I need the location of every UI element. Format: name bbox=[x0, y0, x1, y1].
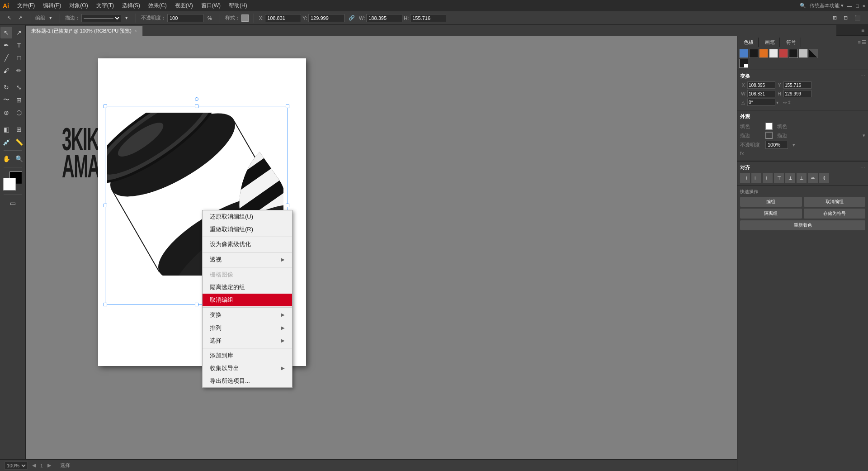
swatch-orange[interactable] bbox=[759, 49, 768, 58]
stroke-dropdown-right[interactable]: ▾ bbox=[863, 133, 865, 138]
align-right-btn[interactable]: ⊢ bbox=[763, 173, 773, 183]
ctx-perspective[interactable]: 透视 ▶ bbox=[203, 253, 292, 266]
handle-bot-left[interactable] bbox=[104, 303, 107, 306]
rect-tool-btn[interactable]: □ bbox=[13, 52, 25, 64]
transform-h-input[interactable] bbox=[783, 90, 811, 97]
handle-mid-left[interactable] bbox=[104, 204, 107, 207]
paintbrush-tool-btn[interactable]: 🖌 bbox=[0, 65, 12, 76]
h-input[interactable] bbox=[410, 14, 446, 22]
transform-w-input[interactable] bbox=[747, 90, 775, 97]
zoom-tool-btn[interactable]: 🔍 bbox=[13, 153, 25, 165]
line-tool-btn[interactable]: ╱ bbox=[0, 52, 12, 64]
ctx-select[interactable]: 选择 ▶ bbox=[203, 334, 292, 347]
ctx-isolate-group[interactable]: 隔离选定的组 bbox=[203, 281, 292, 294]
ctx-undo-ungroup[interactable]: 还原取消编组(U) bbox=[203, 210, 292, 223]
pen-tool-btn[interactable]: ✒ bbox=[0, 39, 12, 51]
x-coord-input[interactable] bbox=[265, 14, 301, 22]
align-bottom-btn[interactable]: ⊥ bbox=[797, 173, 807, 183]
swatch-black-special[interactable] bbox=[739, 59, 748, 68]
distribute-v-btn[interactable]: ⇕ bbox=[819, 173, 829, 183]
ctx-pixel-opt[interactable]: 设为像素级优化 bbox=[203, 238, 292, 251]
qa-ungroup-btn[interactable]: 取消编组 bbox=[804, 197, 866, 207]
tab-symbols[interactable]: 符号 bbox=[782, 38, 801, 47]
stroke-dropdown-btn[interactable]: ▾ bbox=[123, 14, 131, 22]
transform-more-btn[interactable]: ⋯ bbox=[860, 73, 865, 79]
panel-list-view-btn[interactable]: ≡ bbox=[858, 39, 861, 45]
swatch-lightgray[interactable] bbox=[769, 49, 778, 58]
panel-more-btn[interactable]: ≡ bbox=[861, 27, 864, 33]
handle-top-left[interactable] bbox=[104, 105, 107, 108]
rotate-tool-btn[interactable]: ↻ bbox=[0, 81, 12, 93]
type-tool-btn[interactable]: T bbox=[13, 39, 25, 51]
direct-select-btn[interactable]: ↗ bbox=[15, 14, 25, 22]
handle-top-right[interactable] bbox=[286, 105, 289, 108]
select-tool-btn[interactable]: ↖ bbox=[5, 14, 14, 22]
qa-group-btn[interactable]: 编组 bbox=[740, 197, 802, 207]
menu-edit[interactable]: 编辑(E) bbox=[39, 1, 65, 10]
ctx-arrange[interactable]: 排列 ▶ bbox=[203, 322, 292, 334]
swatch-texture[interactable] bbox=[809, 49, 818, 58]
menu-help[interactable]: 帮助(H) bbox=[225, 1, 251, 10]
w-input[interactable] bbox=[366, 14, 402, 22]
align-btn[interactable]: ⊞ bbox=[830, 14, 840, 22]
background-color[interactable] bbox=[3, 178, 16, 190]
hand-tool-btn[interactable]: ✋ bbox=[0, 153, 12, 165]
menu-effect[interactable]: 效果(C) bbox=[145, 1, 170, 10]
menu-select[interactable]: 选择(S) bbox=[118, 1, 144, 10]
fill-color-swatch[interactable] bbox=[765, 123, 773, 130]
qa-save-symbol-btn[interactable]: 存储为符号 bbox=[804, 209, 866, 219]
y-coord-input[interactable] bbox=[308, 14, 344, 22]
maximize-btn[interactable]: □ bbox=[856, 3, 859, 9]
align-left-btn[interactable]: ⊣ bbox=[740, 173, 750, 183]
group-options-btn[interactable]: ▾ bbox=[47, 14, 55, 22]
shape-builder-btn[interactable]: ⊕ bbox=[0, 107, 12, 119]
appearance-more-btn[interactable]: ⋯ bbox=[860, 114, 865, 119]
opacity-dropdown[interactable]: ▾ bbox=[793, 142, 795, 148]
artboard-next-btn[interactable]: ▶ bbox=[47, 462, 51, 468]
ctx-ungroup[interactable]: 取消编组 bbox=[203, 294, 292, 306]
stroke-select[interactable]: —————— bbox=[81, 14, 121, 22]
ctx-add-to-lib[interactable]: 添加到库 bbox=[203, 349, 292, 362]
free-transform-btn[interactable]: ⊞ bbox=[13, 94, 25, 106]
ctx-collect-export[interactable]: 收集以导出 ▶ bbox=[203, 362, 292, 375]
transform-rotate-input[interactable] bbox=[747, 99, 775, 106]
transform-btn[interactable]: ⊟ bbox=[841, 14, 850, 22]
direct-select-tool-btn[interactable]: ↗ bbox=[13, 27, 25, 38]
warp-tool-btn[interactable]: 〜 bbox=[0, 94, 12, 106]
swatch-gray[interactable] bbox=[799, 49, 808, 58]
pathfinder-btn[interactable]: ⬛ bbox=[852, 14, 863, 22]
swatch-black2[interactable] bbox=[789, 49, 798, 58]
panel-menu-btn[interactable]: ☰ bbox=[862, 39, 866, 45]
measure-btn[interactable]: 📏 bbox=[13, 136, 25, 148]
handle-mid-right[interactable] bbox=[286, 204, 289, 207]
zoom-select[interactable]: 100% bbox=[5, 461, 28, 470]
transform-x-input[interactable] bbox=[747, 81, 775, 89]
search-icon[interactable]: 🔍 bbox=[800, 3, 806, 9]
ctx-transform[interactable]: 变换 ▶ bbox=[203, 309, 292, 321]
minimize-btn[interactable]: — bbox=[847, 3, 852, 9]
transform-flip-h[interactable]: ⇔ bbox=[783, 100, 787, 105]
qa-isolate-btn[interactable]: 隔离组 bbox=[740, 209, 802, 219]
menu-file[interactable]: 文件(F) bbox=[14, 1, 38, 10]
mesh-tool-btn[interactable]: ⊞ bbox=[13, 124, 25, 135]
handle-bot-mid[interactable] bbox=[195, 303, 198, 306]
scale-tool-btn[interactable]: ⤡ bbox=[13, 81, 25, 93]
transform-rotate-dropdown[interactable]: ▾ bbox=[776, 100, 778, 105]
opacity-right-input[interactable] bbox=[765, 141, 788, 149]
menu-view[interactable]: 视图(V) bbox=[171, 1, 197, 10]
tab-brushes[interactable]: 画笔 bbox=[760, 38, 780, 47]
qa-recolor-btn[interactable]: 重新着色 bbox=[740, 220, 865, 230]
transform-y-input[interactable] bbox=[783, 81, 811, 89]
ctx-export-selected[interactable]: 导出所选项目... bbox=[203, 375, 292, 387]
screen-mode-btn[interactable]: ▭ bbox=[7, 197, 19, 209]
eyedropper-btn[interactable]: 💉 bbox=[0, 136, 12, 148]
link-icon[interactable]: 🔗 bbox=[346, 14, 358, 22]
close-btn[interactable]: × bbox=[863, 3, 865, 9]
style-swatch[interactable] bbox=[241, 14, 249, 22]
swatch-blue[interactable] bbox=[739, 49, 748, 58]
align-center-v-btn[interactable]: ⊥ bbox=[785, 173, 795, 183]
align-top-btn[interactable]: ⊤ bbox=[774, 173, 784, 183]
menu-object[interactable]: 对象(O) bbox=[66, 1, 91, 10]
tab-color-swatches[interactable]: 色板 bbox=[739, 38, 759, 47]
align-more-btn[interactable]: ⋯ bbox=[860, 165, 865, 171]
